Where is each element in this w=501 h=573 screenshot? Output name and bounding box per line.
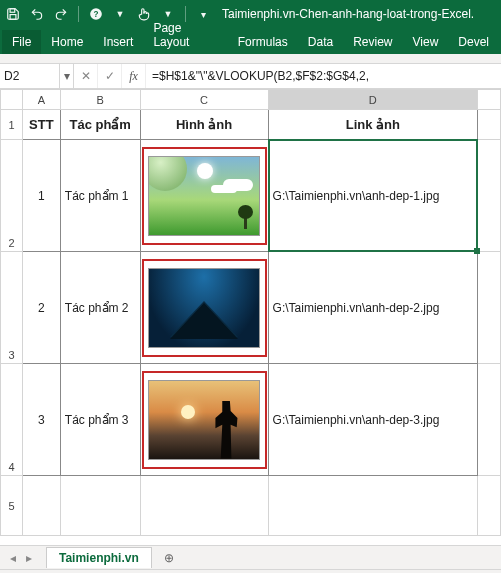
- cell-a3[interactable]: 2: [22, 252, 60, 364]
- column-header-b[interactable]: B: [60, 90, 140, 110]
- cell-c1[interactable]: Hình ảnh: [140, 110, 268, 140]
- cell-c2[interactable]: [140, 140, 268, 252]
- sheet-nav[interactable]: ◂ ▸: [0, 551, 42, 565]
- cell-b4[interactable]: Tác phẩm 3: [60, 364, 140, 476]
- sheet-tab-bar: ◂ ▸ Taimienphi.vn ⊕: [0, 545, 501, 569]
- column-header-c[interactable]: C: [140, 90, 268, 110]
- row-header-3[interactable]: 3: [1, 252, 23, 364]
- save-icon[interactable]: [4, 5, 22, 23]
- embedded-image-2[interactable]: [148, 268, 260, 348]
- sheet-nav-next-icon[interactable]: ▸: [22, 551, 36, 565]
- cell-c5[interactable]: [140, 476, 268, 536]
- cell-d4[interactable]: G:\Taimienphi.vn\anh-dep-3.jpg: [268, 364, 478, 476]
- cell-e5[interactable]: [478, 476, 501, 536]
- column-header-d[interactable]: D: [268, 90, 478, 110]
- cell-e4[interactable]: [478, 364, 501, 476]
- column-header-a[interactable]: A: [22, 90, 60, 110]
- touch-mode-icon[interactable]: [135, 5, 153, 23]
- formula-bar: D2 ▾ ✕ ✓ fx =$H$1&"\"&VLOOKUP(B2,$F$2:$G…: [0, 64, 501, 89]
- cell-a2[interactable]: 1: [22, 140, 60, 252]
- chevron-down-icon[interactable]: ▼: [111, 5, 129, 23]
- sheet-tab-active[interactable]: Taimienphi.vn: [46, 547, 152, 568]
- cell-a1[interactable]: STT: [22, 110, 60, 140]
- tab-insert[interactable]: Insert: [93, 30, 143, 54]
- cell-d1[interactable]: Link ảnh: [268, 110, 478, 140]
- image-frame: [141, 258, 268, 358]
- cell-e3[interactable]: [478, 252, 501, 364]
- undo-icon[interactable]: [28, 5, 46, 23]
- cell-b1[interactable]: Tác phẩm: [60, 110, 140, 140]
- tab-file[interactable]: File: [2, 30, 41, 54]
- ribbon-body: [0, 54, 501, 64]
- cell-a5[interactable]: [22, 476, 60, 536]
- tab-review[interactable]: Review: [343, 30, 402, 54]
- redo-icon[interactable]: [52, 5, 70, 23]
- row-header-4[interactable]: 4: [1, 364, 23, 476]
- window-title: Taimienphi.vn-Chen-anh-hang-loat-trong-E…: [222, 7, 474, 21]
- embedded-image-3[interactable]: [148, 380, 260, 460]
- image-frame: [141, 370, 268, 470]
- svg-rect-1: [10, 15, 16, 20]
- title-bar: ? ▼ ▼ ▾ Taimienphi.vn-Chen-anh-hang-loat…: [0, 0, 501, 28]
- add-sheet-icon[interactable]: ⊕: [158, 551, 180, 565]
- cell-e1[interactable]: [478, 110, 501, 140]
- name-box[interactable]: D2: [0, 64, 60, 88]
- cell-e2[interactable]: [478, 140, 501, 252]
- ribbon-tabs: File Home Insert Page Layout Formulas Da…: [0, 28, 501, 54]
- formula-input[interactable]: =$H$1&"\"&VLOOKUP(B2,$F$2:$G$4,2,: [146, 64, 501, 88]
- customize-qat-icon[interactable]: ▾: [194, 5, 212, 23]
- cell-d2[interactable]: G:\Taimienphi.vn\anh-dep-1.jpg: [268, 140, 478, 252]
- row-header-2[interactable]: 2: [1, 140, 23, 252]
- row-header-5[interactable]: 5: [1, 476, 23, 536]
- chevron-down-icon[interactable]: ▼: [159, 5, 177, 23]
- tab-formulas[interactable]: Formulas: [228, 30, 298, 54]
- row-header-1[interactable]: 1: [1, 110, 23, 140]
- tab-view[interactable]: View: [403, 30, 449, 54]
- worksheet-area[interactable]: A B C D 1 STT Tác phẩm Hình ảnh Link ảnh…: [0, 89, 501, 545]
- svg-text:?: ?: [94, 10, 99, 19]
- cell-c4[interactable]: [140, 364, 268, 476]
- cell-d3[interactable]: G:\Taimienphi.vn\anh-dep-2.jpg: [268, 252, 478, 364]
- help-icon[interactable]: ?: [87, 5, 105, 23]
- cell-a4[interactable]: 3: [22, 364, 60, 476]
- tab-page-layout[interactable]: Page Layout: [143, 16, 227, 54]
- sheet-nav-prev-icon[interactable]: ◂: [6, 551, 20, 565]
- cell-d2-value: G:\Taimienphi.vn\anh-dep-1.jpg: [273, 189, 440, 203]
- fill-handle[interactable]: [474, 248, 480, 254]
- cancel-formula-icon[interactable]: ✕: [74, 64, 98, 88]
- worksheet-grid[interactable]: A B C D 1 STT Tác phẩm Hình ảnh Link ảnh…: [0, 89, 501, 536]
- enter-formula-icon[interactable]: ✓: [98, 64, 122, 88]
- tab-home[interactable]: Home: [41, 30, 93, 54]
- svg-rect-0: [10, 9, 15, 13]
- column-header-blank[interactable]: [478, 90, 501, 110]
- cell-b3[interactable]: Tác phẩm 2: [60, 252, 140, 364]
- status-bar: Ready: [0, 569, 501, 573]
- cell-c3[interactable]: [140, 252, 268, 364]
- tab-data[interactable]: Data: [298, 30, 343, 54]
- tab-developer[interactable]: Devel: [448, 30, 499, 54]
- image-frame: [141, 146, 268, 246]
- cell-b2[interactable]: Tác phẩm 1: [60, 140, 140, 252]
- cell-b5[interactable]: [60, 476, 140, 536]
- select-all-corner[interactable]: [1, 90, 23, 110]
- cell-d5[interactable]: [268, 476, 478, 536]
- name-box-dropdown-icon[interactable]: ▾: [60, 64, 74, 88]
- insert-function-icon[interactable]: fx: [122, 64, 146, 88]
- embedded-image-1[interactable]: [148, 156, 260, 236]
